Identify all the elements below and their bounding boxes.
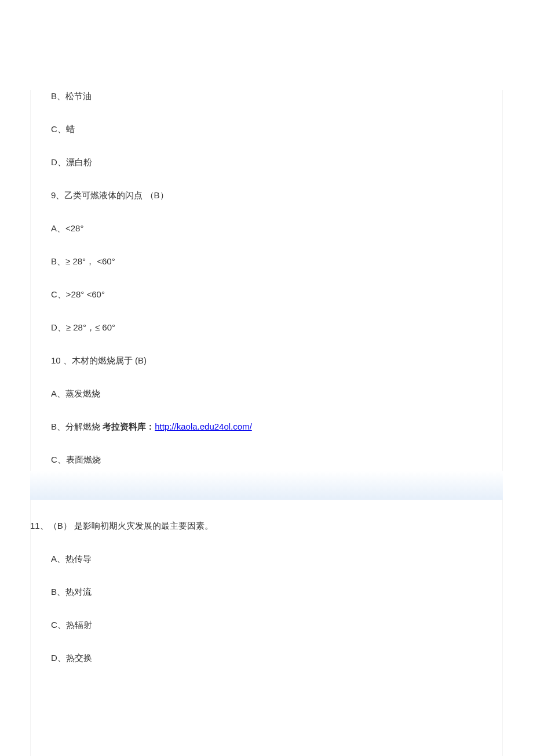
q8-option-c: C、蜡	[30, 123, 503, 135]
q10-stem: 10 、木材的燃烧属于 (B)	[30, 354, 503, 366]
q10-option-b-label: 考拉资料库：	[103, 421, 155, 431]
q9-stem: 9、乙类可燃液体的闪点 （B）	[30, 189, 503, 201]
q10-option-c: C、表面燃烧	[30, 453, 503, 466]
q10-option-b: B、分解燃烧 考拉资料库：http://kaola.edu24ol.com/	[30, 420, 503, 432]
q11-option-c: C、热辐射	[30, 619, 503, 631]
section-divider	[30, 471, 503, 500]
kaola-link[interactable]: http://kaola.edu24ol.com/	[155, 421, 252, 431]
document-content: B、松节油 C、蜡 D、漂白粉 9、乙类可燃液体的闪点 （B） A、<28° B…	[30, 90, 503, 519]
q8-option-d: D、漂白粉	[30, 156, 503, 168]
q9-option-c: C、>28° <60°	[30, 288, 503, 300]
q10-option-b-prefix: B、分解燃烧	[51, 421, 103, 431]
document-page: B、松节油 C、蜡 D、漂白粉 9、乙类可燃液体的闪点 （B） A、<28° B…	[0, 0, 533, 756]
lower-content: 11、（B） 是影响初期火灾发展的最主要因素。 A、热传导 B、热对流 C、热辐…	[30, 519, 503, 685]
q11-option-d: D、热交换	[30, 652, 503, 664]
q9-option-a: A、<28°	[30, 222, 503, 234]
q11-stem: 11、（B） 是影响初期火灾发展的最主要因素。	[30, 519, 503, 532]
q11-option-a: A、热传导	[30, 553, 503, 565]
q9-option-d: D、≥ 28°，≤ 60°	[30, 321, 503, 333]
q10-option-a: A、蒸发燃烧	[30, 387, 503, 399]
q11-option-b: B、热对流	[30, 586, 503, 598]
q8-option-b: B、松节油	[30, 90, 503, 102]
q9-option-b: B、≥ 28°， <60°	[30, 255, 503, 267]
